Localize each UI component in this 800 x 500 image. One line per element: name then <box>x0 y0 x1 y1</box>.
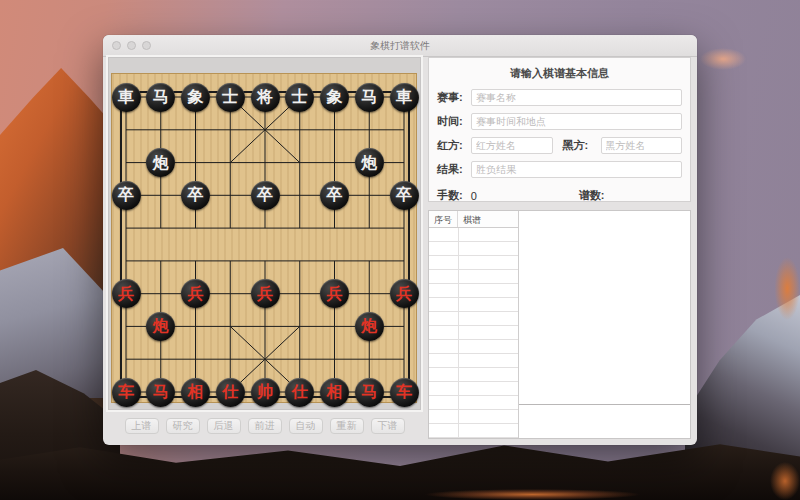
move-notation-cell <box>459 270 518 283</box>
move-table-row <box>429 382 518 396</box>
board-piece-red[interactable]: 兵 <box>320 279 349 308</box>
move-table-row <box>429 298 518 312</box>
move-number-cell <box>429 410 459 423</box>
move-notation-cell <box>459 312 518 325</box>
wallpaper-sunlit-rocks-bottom <box>425 445 640 500</box>
board-piece-red[interactable]: 仕 <box>216 378 245 407</box>
time-label: 时间: <box>437 114 471 129</box>
board-piece-red[interactable]: 兵 <box>251 279 280 308</box>
red-player-label: 红方: <box>437 138 471 153</box>
move-notation-cell <box>459 228 518 241</box>
app-window: 象棋打谱软件 <box>103 35 697 445</box>
board-piece-red[interactable]: 相 <box>320 378 349 407</box>
board-piece-red[interactable]: 炮 <box>355 312 384 341</box>
move-notation-cell <box>459 326 518 339</box>
board-piece-red[interactable]: 相 <box>181 378 210 407</box>
move-notation-cell <box>459 368 518 381</box>
board-piece-red[interactable]: 马 <box>146 378 175 407</box>
board-piece-black[interactable]: 車 <box>390 83 419 112</box>
move-table-row <box>429 256 518 270</box>
board-piece-black[interactable]: 車 <box>112 83 141 112</box>
move-notation-cell <box>459 340 518 353</box>
toolbar-button[interactable]: 重新 <box>330 418 364 434</box>
titlebar[interactable]: 象棋打谱软件 <box>103 35 697 57</box>
game-info-form: 请输入棋谱基本信息 赛事: 时间: 红方: 黑方: 结果: 手数: 0 谱数: <box>428 57 691 202</box>
move-number-cell <box>429 228 459 241</box>
column-header-notation: 棋谱 <box>458 211 518 227</box>
board-piece-red[interactable]: 兵 <box>181 279 210 308</box>
board-piece-red[interactable]: 车 <box>390 378 419 407</box>
board-piece-red[interactable]: 马 <box>355 378 384 407</box>
move-table-row <box>429 396 518 410</box>
board-piece-black[interactable]: 将 <box>251 83 280 112</box>
notation-display-area[interactable] <box>519 211 690 404</box>
board-piece-black[interactable]: 士 <box>216 83 245 112</box>
move-number-cell <box>429 382 459 395</box>
move-table-row <box>429 228 518 242</box>
board-piece-black[interactable]: 马 <box>146 83 175 112</box>
black-player-input[interactable] <box>601 137 683 154</box>
event-input[interactable] <box>471 89 682 106</box>
board-piece-black[interactable]: 卒 <box>320 181 349 210</box>
notation-count-label: 谱数: <box>579 188 605 203</box>
move-number-cell <box>429 270 459 283</box>
move-number-cell <box>429 326 459 339</box>
board-piece-black[interactable]: 士 <box>285 83 314 112</box>
result-input[interactable] <box>471 161 682 178</box>
move-count-label: 手数: <box>437 188 463 203</box>
board-panel: 車马象士将士象马車炮炮卒卒卒卒卒兵兵兵兵兵炮炮车马相仕帅仕相马车 <box>108 57 421 410</box>
move-notation-cell <box>459 242 518 255</box>
board-piece-black[interactable]: 马 <box>355 83 384 112</box>
toolbar-button[interactable]: 自动 <box>289 418 323 434</box>
move-table-row <box>429 284 518 298</box>
board-piece-red[interactable]: 仕 <box>285 378 314 407</box>
move-table[interactable]: 序号 棋谱 <box>429 211 519 438</box>
move-number-cell <box>429 368 459 381</box>
move-number-cell <box>429 284 459 297</box>
xiangqi-board[interactable]: 車马象士将士象马車炮炮卒卒卒卒卒兵兵兵兵兵炮炮车马相仕帅仕相马车 <box>111 73 417 403</box>
board-piece-red[interactable]: 兵 <box>390 279 419 308</box>
toolbar-button[interactable]: 上谱 <box>125 418 159 434</box>
form-title: 请输入棋谱基本信息 <box>437 66 682 81</box>
move-table-row <box>429 340 518 354</box>
notation-pane <box>519 211 690 438</box>
move-table-header: 序号 棋谱 <box>429 211 518 228</box>
board-piece-black[interactable]: 炮 <box>355 148 384 177</box>
move-table-row <box>429 326 518 340</box>
wallpaper-pink-cloud <box>700 48 746 70</box>
move-number-cell <box>429 312 459 325</box>
toolbar-button[interactable]: 前进 <box>248 418 282 434</box>
toolbar-button[interactable]: 研究 <box>166 418 200 434</box>
move-number-cell <box>429 298 459 311</box>
board-piece-black[interactable]: 卒 <box>251 181 280 210</box>
move-list-section: 序号 棋谱 <box>428 210 691 439</box>
move-notation-cell <box>459 410 518 423</box>
move-notation-cell <box>459 298 518 311</box>
board-piece-black[interactable]: 卒 <box>390 181 419 210</box>
time-input[interactable] <box>471 113 682 130</box>
notation-footer-area <box>519 404 690 438</box>
board-piece-black[interactable]: 象 <box>181 83 210 112</box>
move-table-row <box>429 410 518 424</box>
toolbar-button[interactable]: 下谱 <box>371 418 405 434</box>
board-piece-black[interactable]: 卒 <box>112 181 141 210</box>
move-notation-cell <box>459 396 518 409</box>
move-table-row <box>429 270 518 284</box>
move-count-value: 0 <box>471 190 477 202</box>
column-header-number: 序号 <box>429 211 458 227</box>
move-notation-cell <box>459 354 518 367</box>
wallpaper-sunlit-peak-right <box>715 250 800 320</box>
move-table-row <box>429 354 518 368</box>
board-piece-black[interactable]: 象 <box>320 83 349 112</box>
toolbar-button[interactable]: 后退 <box>207 418 241 434</box>
board-piece-red[interactable]: 帅 <box>251 378 280 407</box>
red-player-input[interactable] <box>471 137 553 154</box>
move-number-cell <box>429 424 459 437</box>
move-table-row <box>429 242 518 256</box>
move-number-cell <box>429 242 459 255</box>
board-piece-black[interactable]: 卒 <box>181 181 210 210</box>
board-piece-red[interactable]: 车 <box>112 378 141 407</box>
board-piece-red[interactable]: 炮 <box>146 312 175 341</box>
board-piece-red[interactable]: 兵 <box>112 279 141 308</box>
move-table-row <box>429 368 518 382</box>
